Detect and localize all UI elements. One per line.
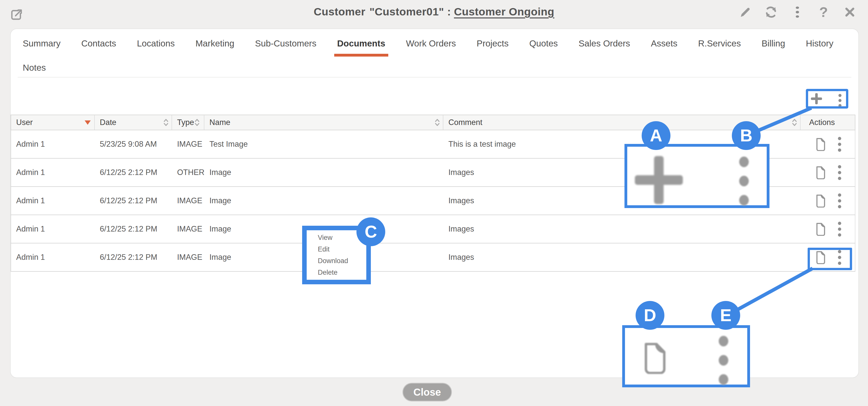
more-options-icon[interactable] — [791, 5, 804, 19]
column-header-name[interactable]: Name — [205, 115, 443, 130]
callout-badge-c: C — [356, 217, 385, 246]
toolbar-highlight-rect — [806, 89, 848, 108]
tab-work-orders[interactable]: Work Orders — [405, 37, 457, 57]
tab-sub-customers[interactable]: Sub-Customers — [254, 37, 317, 57]
help-icon[interactable]: ? — [817, 5, 830, 19]
refresh-icon[interactable] — [765, 5, 778, 19]
column-header-user[interactable]: User — [11, 115, 95, 130]
document-view-icon[interactable] — [815, 194, 826, 207]
cell-type: OTHER — [172, 168, 205, 177]
row-menu-icon[interactable] — [838, 136, 841, 153]
tab-locations[interactable]: Locations — [136, 37, 175, 57]
menu-item-delete[interactable]: Delete — [318, 269, 366, 276]
close-button[interactable]: Close — [402, 383, 452, 401]
title-prefix: Customer — [314, 5, 366, 18]
table-row: Admin 1 6/12/25 2:12 PM IMAGE Image Imag… — [10, 243, 856, 272]
cell-name: Image — [205, 196, 443, 205]
kebab-icon-zoomed — [739, 152, 749, 210]
column-header-date[interactable]: Date — [95, 115, 172, 130]
plus-icon-zoomed — [635, 156, 683, 204]
open-in-new-window-icon[interactable] — [9, 8, 23, 22]
active-tab-underline — [334, 54, 389, 57]
tab-assets[interactable]: Assets — [650, 37, 678, 57]
cell-name: Image — [205, 168, 443, 177]
tab-documents[interactable]: Documents — [337, 37, 386, 57]
tab-divider — [18, 77, 851, 77]
row-menu-icon[interactable] — [838, 221, 841, 238]
window-toolbar: ? — [738, 5, 857, 19]
column-header-actions: Actions — [801, 115, 852, 130]
cell-date: 6/12/25 2:12 PM — [95, 168, 172, 177]
table-row: Admin 1 6/12/25 2:12 PM IMAGE Image Imag… — [10, 215, 856, 243]
tab-notes[interactable]: Notes — [22, 61, 46, 81]
cell-type: IMAGE — [172, 196, 205, 205]
cell-user: Admin 1 — [11, 253, 95, 262]
cell-type: IMAGE — [172, 140, 205, 149]
callout-badge-a: A — [642, 121, 671, 150]
cell-date: 6/12/25 2:12 PM — [95, 196, 172, 205]
row-actions-highlight-rect — [808, 248, 852, 270]
cell-user: Admin 1 — [11, 225, 95, 234]
row-menu-icon[interactable] — [838, 192, 841, 209]
tab-r-services[interactable]: R.Services — [698, 37, 741, 57]
tab-billing[interactable]: Billing — [761, 37, 786, 57]
cell-comment: Images — [443, 253, 801, 262]
cell-actions — [801, 159, 852, 187]
document-view-icon[interactable] — [815, 137, 826, 151]
page-title: Customer"Customer01" :Customer Ongoing — [101, 5, 767, 18]
zoom-box-row-actions — [622, 325, 750, 387]
sort-both-icon — [792, 119, 798, 127]
menu-item-download[interactable]: Download — [318, 258, 366, 264]
document-icon-zoomed — [641, 341, 669, 374]
tab-quotes[interactable]: Quotes — [529, 37, 558, 57]
sort-both-icon — [434, 119, 440, 127]
cell-actions — [801, 130, 852, 158]
tab-marketing[interactable]: Marketing — [195, 37, 235, 57]
tab-projects[interactable]: Projects — [476, 37, 509, 57]
customer-window: Customer"Customer01" :Customer Ongoing ? — [0, 0, 868, 406]
cell-actions — [801, 187, 852, 215]
cell-date: 6/12/25 2:12 PM — [95, 253, 172, 262]
document-view-icon[interactable] — [815, 222, 826, 236]
cell-date: 5/23/25 9:08 AM — [95, 140, 172, 149]
column-header-type[interactable]: Type — [172, 115, 205, 130]
close-window-icon[interactable] — [843, 5, 857, 19]
kebab-icon-zoomed — [719, 332, 728, 389]
table-header-row: User Date Type Name Comment Actions — [10, 114, 856, 130]
callout-badge-b: B — [732, 121, 761, 150]
menu-item-edit[interactable]: Edit — [318, 246, 366, 253]
sort-desc-icon — [85, 121, 91, 125]
tab-contacts[interactable]: Contacts — [81, 37, 117, 57]
tab-sales-orders[interactable]: Sales Orders — [578, 37, 630, 57]
callout-badge-e: E — [711, 301, 740, 330]
cell-actions — [801, 215, 852, 243]
row-menu-icon[interactable] — [838, 164, 841, 181]
cell-name: Test Image — [205, 140, 443, 149]
cell-user: Admin 1 — [11, 168, 95, 177]
zoom-box-add-menu — [624, 144, 770, 208]
sort-both-icon — [163, 119, 169, 127]
edit-icon[interactable] — [738, 5, 751, 19]
sort-both-icon — [194, 119, 200, 127]
tab-history[interactable]: History — [805, 37, 834, 57]
cell-type: IMAGE — [172, 225, 205, 234]
callout-badge-d: D — [636, 301, 664, 330]
cell-date: 6/12/25 2:12 PM — [95, 225, 172, 234]
tab-summary[interactable]: Summary — [22, 37, 61, 57]
tab-bar-row2: Notes — [22, 61, 46, 81]
tab-bar: Summary Contacts Locations Marketing Sub… — [22, 37, 834, 57]
document-view-icon[interactable] — [815, 166, 826, 179]
title-customer-name: "Customer01" : — [369, 5, 451, 18]
cell-comment: Images — [443, 225, 801, 234]
cell-user: Admin 1 — [11, 140, 95, 149]
question-glyph: ? — [819, 5, 828, 19]
cell-type: IMAGE — [172, 253, 205, 262]
customer-status-link[interactable]: Customer Ongoing — [454, 5, 554, 18]
cell-user: Admin 1 — [11, 196, 95, 205]
